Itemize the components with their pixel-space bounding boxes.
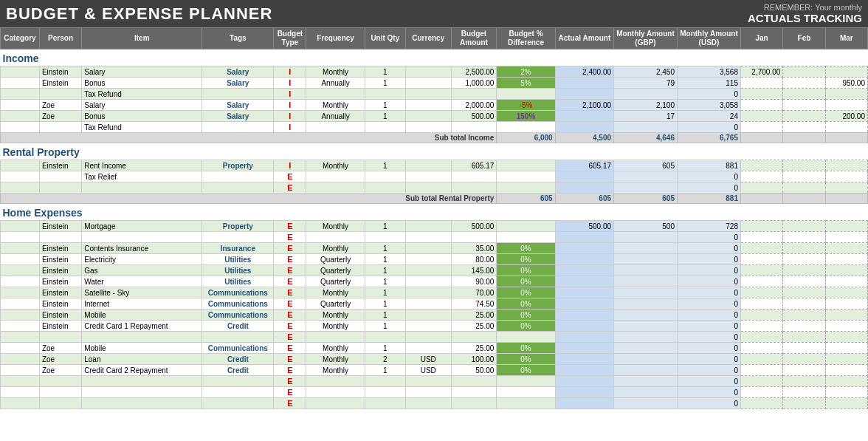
table-row: EinsteinRent IncomePropertyIMonthly1605.… <box>1 160 868 171</box>
col-header-unitqty: Unit Qty <box>365 28 405 49</box>
app-title: BUDGET & EXPENSE PLANNER <box>6 4 272 24</box>
col-header-tags: Tags <box>202 28 274 49</box>
section-header: Income <box>1 49 868 66</box>
table-row: EinsteinInternetCommunicationsEQuarterly… <box>1 298 868 310</box>
table-row: E0 <box>1 387 868 398</box>
col-header-monthlygbp: Monthly Amount (GBP) <box>614 28 678 49</box>
col-header-person: Person <box>39 28 81 49</box>
section-header: Home Expenses <box>1 204 868 221</box>
section-header: Rental Property <box>1 143 868 160</box>
table-row: EinsteinElectricityUtilitiesEQuarterly18… <box>1 254 868 265</box>
col-header-jan: Jan <box>740 28 782 49</box>
table-row: E0 <box>1 376 868 387</box>
col-header-monthlyusd: Monthly Amount (USD) <box>678 28 741 49</box>
table-row: EinsteinCredit Card 1 RepaymentCreditEMo… <box>1 321 868 332</box>
table-row: E0 <box>1 232 868 243</box>
table-row: ZoeBonusSalaryIAnnually1500.00150%172420… <box>1 111 868 122</box>
table-row: Tax RefundI0 <box>1 122 868 133</box>
remember-label: REMEMBER: Your monthly <box>748 3 862 12</box>
app-header: BUDGET & EXPENSE PLANNER REMEMBER: Your … <box>0 0 868 27</box>
table-row: EinsteinContents InsuranceInsuranceEMont… <box>1 243 868 254</box>
actuals-tracking-header: REMEMBER: Your monthly ACTUALS TRACKING <box>748 3 862 24</box>
table-row: ZoeMobileCommunicationsEMonthly125.000%0 <box>1 343 868 354</box>
column-headers: Category Person Item Tags Budget Type Fr… <box>1 28 868 49</box>
actuals-tracking-label: ACTUALS TRACKING <box>748 12 862 24</box>
table-row: EinsteinBonusSalaryIAnnually11,000.005%7… <box>1 78 868 89</box>
col-header-currency: Currency <box>405 28 451 49</box>
table-row: Tax RefundI0 <box>1 89 868 100</box>
col-header-budgtype: Budget Type <box>274 28 306 49</box>
table-row: E0 <box>1 398 868 409</box>
budget-table: Category Person Item Tags Budget Type Fr… <box>0 27 868 409</box>
table-row: EinsteinSalarySalaryIMonthly12,500.002%2… <box>1 66 868 78</box>
col-header-budgamt: Budget Amount <box>451 28 497 49</box>
table-row: EinsteinMobileCommunicationsEMonthly125.… <box>1 310 868 321</box>
table-row: E0 <box>1 332 868 343</box>
col-header-feb: Feb <box>783 28 825 49</box>
col-header-budgpct: Budget % Difference <box>497 28 555 49</box>
table-row: EinsteinSatellite - SkyCommunicationsEMo… <box>1 287 868 298</box>
col-header-item: Item <box>82 28 202 49</box>
subtotal-row: Sub total Income6,0004,5004,6466,765 <box>1 133 868 143</box>
col-header-actual: Actual Amount <box>555 28 613 49</box>
col-header-category: Category <box>1 28 40 49</box>
table-row: EinsteinMortgagePropertyEMonthly1500.005… <box>1 221 868 232</box>
table-row: EinsteinWaterUtilitiesEQuarterly190.000%… <box>1 276 868 287</box>
table-row: ZoeSalarySalaryIMonthly12,000.00-5%2,100… <box>1 100 868 111</box>
table-row: ZoeCredit Card 2 RepaymentCreditEMonthly… <box>1 365 868 376</box>
table-row: EinsteinGasUtilitiesEQuarterly1145.000%0 <box>1 265 868 276</box>
table-row: E0 <box>1 182 868 194</box>
col-header-freq: Frequency <box>306 28 365 49</box>
col-header-mar: Mar <box>825 28 867 49</box>
table-row: ZoeLoanCreditEMonthly2USD100.000%0 <box>1 354 868 365</box>
subtotal-row: Sub total Rental Property605605605881 <box>1 194 868 204</box>
table-row: Tax ReliefE0 <box>1 171 868 182</box>
